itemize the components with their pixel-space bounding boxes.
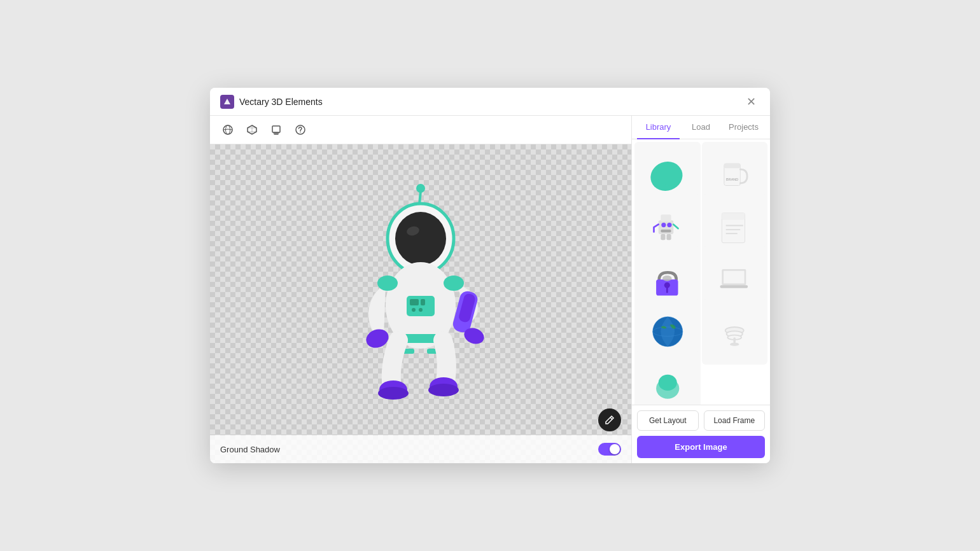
svg-rect-39 [661,230,671,233]
edit-button[interactable] [598,408,621,431]
help-icon-button[interactable] [291,121,309,139]
svg-point-50 [662,276,671,281]
layers-icon-button[interactable] [267,121,285,139]
astronaut-container [338,178,503,407]
svg-rect-52 [724,271,745,284]
content-area: Ground Shadow Library Load Projects [210,116,770,463]
titlebar: Vectary 3D Elements ✕ [210,88,770,116]
sphere-icon [222,124,234,136]
svg-point-6 [416,184,425,193]
svg-rect-33 [724,164,740,168]
titlebar-left: Vectary 3D Elements [220,95,323,109]
cube-icon-button[interactable] [243,121,261,139]
svg-rect-16 [407,296,435,316]
get-layout-button[interactable]: Get Layout [637,410,699,431]
robot-preview [645,204,690,250]
mug-preview: BRAND [711,152,757,198]
tabs-container: Library Load Projects [632,116,770,139]
card-preview [711,204,757,250]
sphere-icon-button[interactable] [219,121,237,139]
help-icon [295,124,306,136]
svg-point-38 [667,223,671,227]
layers-icon [270,124,282,136]
svg-point-61 [730,343,739,346]
bottom-actions: Get Layout Load Frame Export Image [632,405,770,463]
svg-point-1 [226,125,230,134]
laptop-preview [711,256,757,302]
canvas-area [210,144,631,463]
svg-rect-41 [666,234,671,240]
svg-point-8 [395,212,446,265]
svg-point-37 [661,223,666,227]
cube-icon [246,124,258,136]
load-frame-button[interactable]: Load Frame [704,410,766,431]
close-button[interactable]: ✕ [742,93,760,111]
astronaut-svg [338,178,503,407]
tab-library[interactable]: Library [637,116,680,139]
svg-point-48 [664,282,669,288]
app-title: Vectary 3D Elements [239,97,323,107]
rings-preview [711,309,757,354]
action-row: Get Layout Load Frame [637,410,765,431]
svg-point-29 [444,276,464,291]
svg-point-27 [428,384,459,396]
library-item-partial[interactable] [634,351,701,405]
partial-preview [645,361,690,405]
svg-rect-60 [733,337,736,343]
svg-rect-18 [421,299,425,305]
svg-rect-53 [720,285,748,288]
lock-preview [645,256,690,302]
app-icon [220,95,234,109]
svg-rect-43 [722,213,745,220]
toolbar [210,116,631,144]
svg-rect-36 [661,214,671,221]
svg-point-25 [378,387,409,400]
main-dialog: Vectary 3D Elements ✕ [210,88,770,463]
library-grid: BRAND [632,139,770,405]
export-image-button[interactable]: Export Image [637,436,765,458]
globe-preview [645,309,690,354]
svg-point-19 [412,308,416,312]
ground-shadow-toggle[interactable] [598,443,621,456]
left-panel: Ground Shadow [210,116,631,463]
svg-point-63 [658,375,676,391]
svg-point-28 [377,276,398,291]
svg-point-20 [419,308,423,312]
tab-projects[interactable]: Projects [722,116,765,139]
svg-rect-2 [272,126,280,132]
pencil-icon [605,415,615,425]
tab-load[interactable]: Load [680,116,722,139]
svg-text:BRAND: BRAND [726,178,738,181]
svg-rect-40 [661,234,665,240]
svg-rect-17 [410,299,419,305]
blob-preview [645,152,690,198]
library-item-rings[interactable] [702,299,768,365]
ground-shadow-bar: Ground Shadow [210,435,631,463]
ground-shadow-label: Ground Shadow [220,445,280,454]
right-panel: Library Load Projects [631,116,770,463]
svg-point-4 [300,132,301,133]
